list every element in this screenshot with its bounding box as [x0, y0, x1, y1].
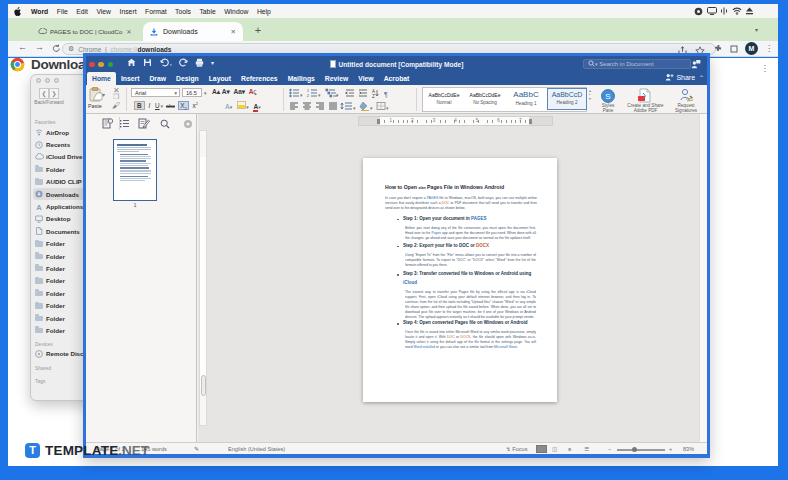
svg-text:1: 1	[307, 89, 309, 93]
svg-text:▾: ▾	[336, 92, 339, 98]
svg-text:▾: ▾	[386, 105, 389, 111]
svg-text:▾: ▾	[318, 92, 321, 98]
svg-text:S: S	[605, 92, 610, 101]
svg-text:Z: Z	[372, 94, 375, 99]
svg-text:A: A	[36, 203, 42, 211]
svg-text:¶: ¶	[384, 91, 388, 98]
svg-text:▾: ▾	[300, 92, 303, 98]
svg-text:2: 2	[307, 94, 309, 98]
svg-text:▾: ▾	[370, 105, 373, 111]
svg-text:▾: ▾	[353, 105, 356, 111]
